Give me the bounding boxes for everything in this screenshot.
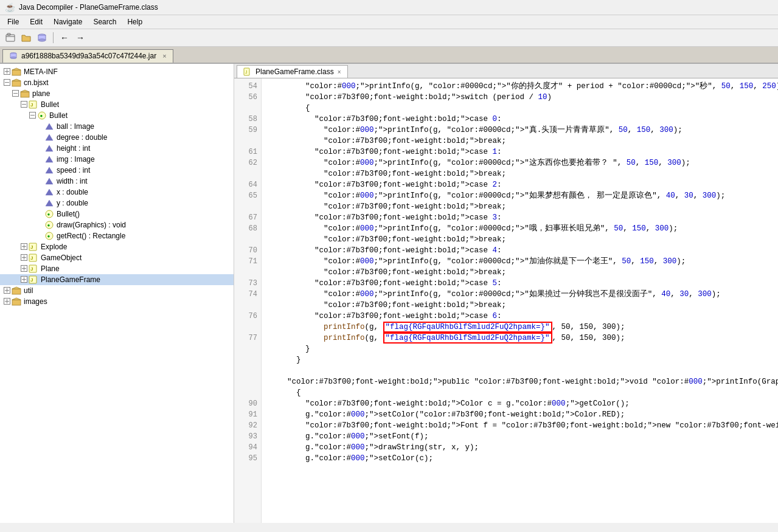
window-title: Java Decompiler - PlaneGameFrame.class — [19, 3, 158, 12]
menu-file[interactable]: File — [2, 16, 24, 27]
open-jar-btn[interactable] — [35, 31, 49, 44]
svg-text:●: ● — [47, 223, 50, 228]
line-numbers: 5456585961626465676870717374767790919293… — [234, 78, 262, 523]
code-line-27: "color:#7b3f00;font-weight:bold;">public… — [269, 376, 778, 387]
jar-tab-area: a96f1888ba5349d9a3a54c07c47f244e.jar × — [0, 47, 778, 64]
menu-navigate[interactable]: Navigate — [49, 16, 87, 27]
svg-point-4 — [38, 39, 46, 41]
forward-btn[interactable]: → — [74, 31, 87, 44]
svg-marker-31 — [46, 145, 53, 151]
code-line-17: "color:#7b3f00;font-weight:bold;">break; — [269, 267, 778, 278]
file-tree: META-INFcn.bjsxtplaneJBullet●Bulletball … — [0, 66, 234, 307]
code-line-26 — [269, 365, 778, 376]
menu-help[interactable]: Help — [122, 16, 147, 27]
tree-item-bullet-class[interactable]: ●Bullet — [0, 110, 234, 121]
code-line-28: { — [269, 387, 778, 398]
tree-item-ball-field[interactable]: ball : Image — [0, 121, 234, 132]
code-line-4: "color:#000;">printInfo(g, "color:#0000c… — [269, 125, 778, 136]
code-line-7: "color:#000;">printInfo(g, "color:#0000c… — [269, 157, 778, 168]
code-line-16: "color:#000;">printInfo(g, "color:#0000c… — [269, 256, 778, 267]
svg-text:J: J — [30, 266, 33, 272]
menu-search[interactable]: Search — [88, 16, 121, 27]
code-line-19: "color:#000;">printInfo(g, "color:#0000c… — [269, 289, 778, 300]
code-tab-close[interactable]: × — [338, 69, 341, 75]
tree-item-util-pkg[interactable]: util — [0, 285, 234, 296]
svg-marker-35 — [46, 189, 53, 195]
svg-text:●: ● — [40, 113, 43, 119]
back-btn[interactable]: ← — [58, 31, 71, 44]
code-tab-planegameframe[interactable]: J PlaneGameFrame.class × — [237, 65, 348, 78]
code-tab-label: PlaneGameFrame.class — [255, 67, 334, 76]
svg-marker-12 — [12, 68, 21, 70]
code-line-23: printInfo(g, "flag{RGFqaURhbGlfSmlud2FuQ… — [269, 333, 778, 344]
svg-rect-0 — [6, 35, 15, 41]
menu-edit[interactable]: Edit — [25, 16, 47, 27]
svg-marker-32 — [46, 156, 53, 162]
tree-item-cn-bjsxt[interactable]: cn.bjsxt — [0, 77, 234, 88]
jar-tab[interactable]: a96f1888ba5349d9a3a54c07c47f244e.jar × — [2, 49, 173, 63]
svg-marker-36 — [46, 200, 53, 206]
code-line-10: "color:#000;">printInfo(g, "color:#0000c… — [269, 190, 778, 201]
tree-item-bullet-ctor[interactable]: ●Bullet() — [0, 209, 234, 219]
code-line-3: "color:#7b3f00;font-weight:bold;">case 0… — [269, 114, 778, 125]
svg-marker-29 — [46, 123, 53, 130]
code-line-22: printInfo(g, "flag{RGFqaURhbGlfSmlud2FuQ… — [269, 322, 778, 333]
tree-item-plane-class[interactable]: JPlane — [0, 263, 234, 274]
tree-item-meta-inf[interactable]: META-INF — [0, 66, 234, 77]
tree-item-y-field[interactable]: y : double — [0, 198, 234, 209]
tree-item-planegameframe-class[interactable]: JPlaneGameFrame — [0, 274, 234, 285]
code-line-13: "color:#000;">printInfo(g, "color:#0000c… — [269, 223, 778, 234]
code-line-29: "color:#7b3f00;font-weight:bold;">Color … — [269, 398, 778, 409]
code-panel: J PlaneGameFrame.class × 545658596162646… — [234, 64, 778, 523]
svg-marker-33 — [46, 167, 53, 173]
svg-point-7 — [10, 57, 16, 59]
tree-item-x-field[interactable]: x : double — [0, 187, 234, 198]
tree-item-getrect-method[interactable]: ●getRect() : Rectangle — [0, 230, 234, 241]
tree-item-width-field[interactable]: width : int — [0, 176, 234, 187]
tree-item-height-field[interactable]: height : int — [0, 143, 234, 154]
jar-tab-close[interactable]: × — [162, 52, 166, 60]
code-line-0: "color:#000;">printInfo(g, "color:#0000c… — [269, 81, 778, 92]
svg-text:J: J — [245, 70, 248, 74]
code-line-21: "color:#7b3f00;font-weight:bold;">case 6… — [269, 311, 778, 322]
svg-marker-67 — [12, 287, 21, 289]
code-line-30: g."color:#000;">setColor("color:#7b3f00;… — [269, 409, 778, 420]
file-tree-panel: META-INFcn.bjsxtplaneJBullet●Bulletball … — [0, 64, 234, 523]
code-content[interactable]: "color:#000;">printInfo(g, "color:#0000c… — [262, 78, 778, 523]
svg-text:J: J — [30, 102, 33, 108]
tree-item-explode-class[interactable]: JExplode — [0, 241, 234, 252]
tree-item-gameobject-class[interactable]: JGameObject — [0, 252, 234, 263]
tree-item-bullet-iface[interactable]: JBullet — [0, 99, 234, 110]
code-tabs: J PlaneGameFrame.class × — [234, 64, 778, 78]
code-line-1: "color:#7b3f00;font-weight:bold;">switch… — [269, 92, 778, 103]
code-line-24: } — [269, 344, 778, 354]
code-line-14: "color:#7b3f00;font-weight:bold;">break; — [269, 234, 778, 245]
tree-item-draw-method[interactable]: ●draw(Graphics) : void — [0, 219, 234, 230]
code-line-12: "color:#7b3f00;font-weight:bold;">case 3… — [269, 212, 778, 223]
svg-marker-34 — [46, 178, 53, 184]
svg-text:J: J — [30, 244, 33, 250]
tree-item-images-pkg[interactable]: images — [0, 296, 234, 307]
code-line-15: "color:#7b3f00;font-weight:bold;">case 4… — [269, 245, 778, 256]
code-line-32: g."color:#000;">setFont(f); — [269, 431, 778, 442]
title-bar: ☕ Java Decompiler - PlaneGameFrame.class — [0, 0, 778, 15]
svg-rect-66 — [12, 289, 21, 294]
main-area: META-INFcn.bjsxtplaneJBullet●Bulletball … — [0, 64, 778, 523]
svg-marker-16 — [12, 79, 21, 81]
tree-item-img-field[interactable]: img : Image — [0, 154, 234, 165]
code-area: 5456585961626465676870717374767790919293… — [234, 78, 778, 523]
tree-item-degree-field[interactable]: degree : double — [0, 132, 234, 143]
tree-item-plane-pkg[interactable]: plane — [0, 88, 234, 99]
code-line-11: "color:#7b3f00;font-weight:bold;">break; — [269, 201, 778, 212]
svg-marker-20 — [21, 90, 29, 92]
svg-text:J: J — [30, 255, 33, 261]
code-line-20: "color:#7b3f00;font-weight:bold;">break; — [269, 300, 778, 311]
svg-text:●: ● — [47, 233, 50, 239]
code-line-2: { — [269, 103, 778, 114]
tree-item-speed-field[interactable]: speed : int — [0, 165, 234, 176]
svg-rect-11 — [12, 70, 21, 75]
code-line-6: "color:#7b3f00;font-weight:bold;">case 1… — [269, 147, 778, 157]
open-folder-btn[interactable] — [19, 31, 33, 44]
open-file-btn[interactable] — [4, 31, 17, 44]
svg-rect-15 — [12, 81, 21, 86]
